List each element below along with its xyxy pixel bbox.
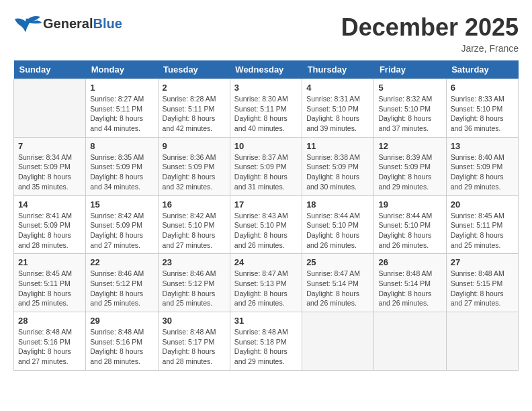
day-cell: 26Sunrise: 8:48 AMSunset: 5:14 PMDayligh… xyxy=(374,254,446,312)
day-info: Sunrise: 8:28 AMSunset: 5:11 PMDaylight:… xyxy=(163,94,226,134)
day-number: 17 xyxy=(234,199,298,210)
day-info: Sunrise: 8:36 AMSunset: 5:09 PMDaylight:… xyxy=(163,152,226,192)
day-cell: 27Sunrise: 8:48 AMSunset: 5:15 PMDayligh… xyxy=(446,254,518,312)
week-row-1: 1Sunrise: 8:27 AMSunset: 5:11 PMDaylight… xyxy=(14,79,519,138)
logo-blue: Blue xyxy=(93,16,122,31)
day-cell: 9Sunrise: 8:36 AMSunset: 5:09 PMDaylight… xyxy=(158,137,230,195)
day-number: 6 xyxy=(451,83,514,93)
day-cell: 14Sunrise: 8:41 AMSunset: 5:09 PMDayligh… xyxy=(14,195,86,254)
day-info: Sunrise: 8:30 AMSunset: 5:11 PMDaylight:… xyxy=(234,94,298,134)
day-cell: 2Sunrise: 8:28 AMSunset: 5:11 PMDaylight… xyxy=(158,79,230,138)
page-header: GeneralBlue December 2025 Jarze, France xyxy=(13,13,519,54)
header-saturday: Saturday xyxy=(446,60,518,79)
day-number: 23 xyxy=(163,257,226,267)
day-number: 10 xyxy=(234,141,298,151)
day-cell: 29Sunrise: 8:48 AMSunset: 5:16 PMDayligh… xyxy=(86,312,158,371)
day-info: Sunrise: 8:43 AMSunset: 5:10 PMDaylight:… xyxy=(234,211,298,250)
day-number: 25 xyxy=(306,257,369,267)
day-info: Sunrise: 8:46 AMSunset: 5:12 PMDaylight:… xyxy=(163,269,226,308)
day-number: 20 xyxy=(451,199,514,210)
day-number: 26 xyxy=(378,257,441,267)
day-cell: 24Sunrise: 8:47 AMSunset: 5:13 PMDayligh… xyxy=(230,254,302,312)
day-info: Sunrise: 8:44 AMSunset: 5:10 PMDaylight:… xyxy=(306,211,369,250)
day-cell: 6Sunrise: 8:33 AMSunset: 5:10 PMDaylight… xyxy=(446,79,518,138)
header-friday: Friday xyxy=(374,60,446,79)
day-info: Sunrise: 8:44 AMSunset: 5:10 PMDaylight:… xyxy=(378,211,441,250)
day-info: Sunrise: 8:48 AMSunset: 5:16 PMDaylight:… xyxy=(18,327,81,367)
header-monday: Monday xyxy=(86,60,158,79)
day-number: 29 xyxy=(90,316,153,326)
day-number: 21 xyxy=(18,257,81,267)
day-info: Sunrise: 8:38 AMSunset: 5:09 PMDaylight:… xyxy=(306,152,369,192)
header-wednesday: Wednesday xyxy=(230,60,302,79)
day-number: 12 xyxy=(378,141,441,151)
day-cell: 30Sunrise: 8:48 AMSunset: 5:17 PMDayligh… xyxy=(158,312,230,371)
day-info: Sunrise: 8:48 AMSunset: 5:16 PMDaylight:… xyxy=(90,327,153,367)
day-cell xyxy=(14,79,86,138)
day-cell: 11Sunrise: 8:38 AMSunset: 5:09 PMDayligh… xyxy=(302,137,374,195)
day-number: 19 xyxy=(378,199,441,210)
day-cell xyxy=(374,312,446,371)
logo-general: General xyxy=(43,16,93,31)
day-cell: 8Sunrise: 8:35 AMSunset: 5:09 PMDaylight… xyxy=(86,137,158,195)
day-number: 24 xyxy=(234,257,298,267)
day-info: Sunrise: 8:34 AMSunset: 5:09 PMDaylight:… xyxy=(18,152,81,192)
day-cell: 5Sunrise: 8:32 AMSunset: 5:10 PMDaylight… xyxy=(374,79,446,138)
day-number: 7 xyxy=(18,141,81,151)
header-sunday: Sunday xyxy=(14,60,86,79)
day-cell: 17Sunrise: 8:43 AMSunset: 5:10 PMDayligh… xyxy=(230,195,302,254)
day-number: 9 xyxy=(163,141,226,151)
day-info: Sunrise: 8:48 AMSunset: 5:17 PMDaylight:… xyxy=(163,327,226,367)
bird-icon xyxy=(13,13,43,34)
day-cell: 7Sunrise: 8:34 AMSunset: 5:09 PMDaylight… xyxy=(14,137,86,195)
day-info: Sunrise: 8:42 AMSunset: 5:09 PMDaylight:… xyxy=(90,211,153,250)
day-number: 13 xyxy=(451,141,514,151)
week-row-4: 21Sunrise: 8:45 AMSunset: 5:11 PMDayligh… xyxy=(14,254,519,312)
day-info: Sunrise: 8:39 AMSunset: 5:09 PMDaylight:… xyxy=(378,152,441,192)
location: Jarze, France xyxy=(341,43,519,54)
day-cell: 13Sunrise: 8:40 AMSunset: 5:09 PMDayligh… xyxy=(446,137,518,195)
header-tuesday: Tuesday xyxy=(158,60,230,79)
day-number: 14 xyxy=(18,199,81,210)
calendar-table: SundayMondayTuesdayWednesdayThursdayFrid… xyxy=(13,60,519,371)
day-cell: 31Sunrise: 8:48 AMSunset: 5:18 PMDayligh… xyxy=(230,312,302,371)
day-number: 11 xyxy=(306,141,369,151)
day-info: Sunrise: 8:47 AMSunset: 5:14 PMDaylight:… xyxy=(306,269,369,308)
day-number: 18 xyxy=(306,199,369,210)
day-cell: 19Sunrise: 8:44 AMSunset: 5:10 PMDayligh… xyxy=(374,195,446,254)
day-number: 30 xyxy=(163,316,226,326)
day-cell: 3Sunrise: 8:30 AMSunset: 5:11 PMDaylight… xyxy=(230,79,302,138)
day-number: 31 xyxy=(234,316,298,326)
day-number: 2 xyxy=(163,83,226,93)
day-cell: 21Sunrise: 8:45 AMSunset: 5:11 PMDayligh… xyxy=(14,254,86,312)
day-number: 8 xyxy=(90,141,153,151)
day-info: Sunrise: 8:31 AMSunset: 5:10 PMDaylight:… xyxy=(306,94,369,134)
day-cell: 15Sunrise: 8:42 AMSunset: 5:09 PMDayligh… xyxy=(86,195,158,254)
day-cell: 20Sunrise: 8:45 AMSunset: 5:11 PMDayligh… xyxy=(446,195,518,254)
day-number: 15 xyxy=(90,199,153,210)
day-info: Sunrise: 8:33 AMSunset: 5:10 PMDaylight:… xyxy=(451,94,514,134)
day-number: 4 xyxy=(306,83,369,93)
day-info: Sunrise: 8:27 AMSunset: 5:11 PMDaylight:… xyxy=(90,94,153,134)
day-cell xyxy=(446,312,518,371)
day-number: 22 xyxy=(90,257,153,267)
day-info: Sunrise: 8:48 AMSunset: 5:14 PMDaylight:… xyxy=(378,269,441,308)
day-cell: 1Sunrise: 8:27 AMSunset: 5:11 PMDaylight… xyxy=(86,79,158,138)
day-info: Sunrise: 8:46 AMSunset: 5:12 PMDaylight:… xyxy=(90,269,153,308)
week-row-5: 28Sunrise: 8:48 AMSunset: 5:16 PMDayligh… xyxy=(14,312,519,371)
day-info: Sunrise: 8:42 AMSunset: 5:10 PMDaylight:… xyxy=(163,211,226,250)
day-info: Sunrise: 8:41 AMSunset: 5:09 PMDaylight:… xyxy=(18,211,81,250)
day-cell: 18Sunrise: 8:44 AMSunset: 5:10 PMDayligh… xyxy=(302,195,374,254)
day-info: Sunrise: 8:48 AMSunset: 5:15 PMDaylight:… xyxy=(451,269,514,308)
day-number: 27 xyxy=(451,257,514,267)
day-info: Sunrise: 8:35 AMSunset: 5:09 PMDaylight:… xyxy=(90,152,153,192)
week-row-3: 14Sunrise: 8:41 AMSunset: 5:09 PMDayligh… xyxy=(14,195,519,254)
day-number: 5 xyxy=(378,83,441,93)
header-thursday: Thursday xyxy=(302,60,374,79)
day-number: 1 xyxy=(90,83,153,93)
day-number: 28 xyxy=(18,316,81,326)
day-info: Sunrise: 8:37 AMSunset: 5:09 PMDaylight:… xyxy=(234,152,298,192)
day-info: Sunrise: 8:48 AMSunset: 5:18 PMDaylight:… xyxy=(234,327,298,367)
day-cell: 4Sunrise: 8:31 AMSunset: 5:10 PMDaylight… xyxy=(302,79,374,138)
calendar-header-row: SundayMondayTuesdayWednesdayThursdayFrid… xyxy=(14,60,519,79)
